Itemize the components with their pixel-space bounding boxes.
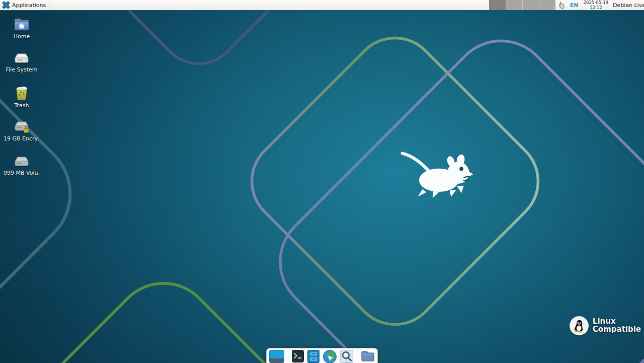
keyboard-layout-indicator[interactable]: EN — [568, 0, 581, 10]
desktop-icon-trash[interactable]: Trash — [4, 86, 40, 109]
dock-show-desktop-button[interactable] — [269, 350, 284, 363]
top-panel: Applications ⁚ EN 2025-05-19 12:12 — [0, 0, 644, 11]
clock-date: 2025-05-19 — [584, 0, 608, 5]
encrypted-drive-icon — [13, 120, 30, 134]
desktop-icon-label: 19 GB Encry… — [4, 135, 40, 142]
screen: Applications ⁚ EN 2025-05-19 12:12 — [0, 0, 644, 363]
desktop-icon-home[interactable]: Home — [4, 17, 40, 40]
system-tray[interactable] — [555, 0, 568, 10]
workspace-switcher[interactable] — [489, 0, 555, 10]
home-folder-icon — [13, 17, 30, 32]
xfce-mouse-logo — [400, 148, 486, 200]
xfce-logo-icon — [3, 2, 10, 9]
menu-overflow-dots: ⁚ — [49, 3, 50, 8]
watermark-line2: Compatible — [593, 326, 641, 334]
filesystem-drive-icon — [13, 52, 30, 65]
drive-icon — [13, 155, 30, 168]
dock-separator — [288, 350, 288, 362]
clock[interactable]: 2025-05-19 12:12 — [581, 0, 611, 10]
show-desktop-icon — [269, 350, 284, 363]
applications-menu-button[interactable]: Applications ⁚ — [0, 0, 54, 10]
dock-file-manager-button[interactable] — [307, 350, 319, 363]
web-browser-icon — [323, 350, 337, 363]
tux-penguin-icon — [570, 316, 589, 335]
desktop-icon-label: Trash — [14, 102, 29, 109]
dock-app-finder-button[interactable] — [340, 350, 353, 363]
workspace-3[interactable] — [522, 0, 539, 10]
workspace-1[interactable] — [489, 0, 506, 10]
terminal-icon — [292, 350, 304, 362]
clock-time: 12:12 — [590, 5, 602, 10]
dock-folder-button[interactable] — [361, 350, 375, 363]
workspace-2[interactable] — [506, 0, 522, 10]
session-user-label: Debian Live use — [611, 0, 644, 10]
dock-separator — [357, 350, 357, 362]
desktop-icon-label: 999 MB Volu… — [4, 170, 40, 176]
window-list-area — [54, 0, 489, 10]
desktop-icon-label: File System — [6, 66, 38, 73]
desktop[interactable]: Home File System Trash — [0, 11, 644, 363]
wallpaper-diamond-pattern — [0, 11, 644, 363]
folder-icon — [361, 350, 375, 362]
desktop-icon-file-system[interactable]: File System — [4, 52, 40, 73]
workspace-4[interactable] — [539, 0, 555, 10]
mouse-tray-icon[interactable] — [557, 1, 566, 9]
trash-icon — [13, 86, 30, 101]
file-manager-icon — [307, 350, 319, 363]
desktop-icon-label: Home — [14, 33, 30, 40]
dock-web-browser-button[interactable] — [323, 350, 337, 363]
dock — [266, 348, 378, 363]
app-finder-icon — [340, 350, 353, 363]
linux-compatible-watermark: Linux Compatible — [570, 316, 641, 335]
dock-terminal-button[interactable] — [292, 350, 304, 363]
desktop-icon-encrypted-volume[interactable]: 19 GB Encry… — [4, 120, 40, 142]
desktop-icon-volume[interactable]: 999 MB Volu… — [4, 155, 40, 176]
applications-label: Applications — [12, 2, 46, 9]
